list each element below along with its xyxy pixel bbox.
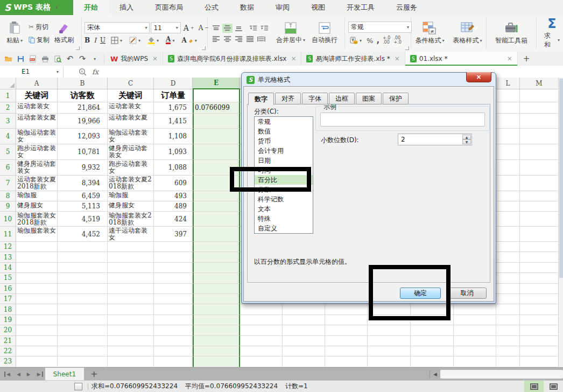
cell[interactable] [368,325,411,335]
cell[interactable] [496,346,520,356]
app-logo[interactable]: S WPS 表格 ▾ [0,0,73,15]
cell[interactable] [283,304,325,314]
cell[interactable] [454,325,496,335]
format-painter-button[interactable]: 格式刷 [51,20,77,46]
cell[interactable] [496,160,520,176]
row-header[interactable]: 20 [0,325,16,335]
row-header[interactable]: 11 [0,227,16,242]
cell[interactable]: 397 [154,227,193,242]
row-header[interactable]: 8 [0,191,16,201]
paste-button[interactable]: 粘贴▾ [3,20,26,47]
cell[interactable] [411,325,454,335]
cell[interactable] [58,242,108,252]
dialog-tab-number[interactable]: 数字 [248,93,274,105]
underline-button[interactable]: U [100,37,105,44]
cell[interactable] [496,89,520,102]
cell[interactable] [520,273,559,283]
print-button[interactable] [41,54,50,63]
cell[interactable]: 速干运动套装女 [108,227,154,242]
cell[interactable]: 运动套装女夏 [108,114,154,129]
cell[interactable] [193,201,240,212]
cell[interactable] [325,336,368,346]
cell[interactable] [496,144,520,160]
cell[interactable]: 健身服女 [16,201,58,212]
cell[interactable]: 4,452 [58,227,108,242]
smart-toolbox-button[interactable]: 智能工具箱 [492,20,531,47]
cell[interactable] [368,336,411,346]
cell[interactable] [108,242,154,252]
cell[interactable]: 19,966 [58,114,108,129]
cell[interactable] [154,242,193,252]
cell[interactable]: 瑜伽服 [108,191,154,201]
dialog-tab-font[interactable]: 字体 [302,93,328,104]
copy-button[interactable]: 复制 [27,35,51,45]
cell[interactable] [454,304,496,314]
menu-tab-home[interactable]: 开始 [73,0,109,15]
increase-font-button[interactable]: A+ [182,23,196,33]
align-right-icon[interactable] [235,36,243,43]
add-sheet-button[interactable]: + [84,369,104,379]
align-top-icon[interactable] [212,25,220,32]
cell[interactable] [520,304,559,314]
cell[interactable]: 瑜伽运动套装女 [16,129,58,144]
cell[interactable] [154,346,193,356]
active-cell-E1[interactable] [193,89,240,102]
draw-border-button[interactable]: ▾ [128,36,142,45]
row-header[interactable]: 17 [0,294,16,304]
cell[interactable]: 493 [154,191,193,201]
cell[interactable] [283,336,325,346]
cell[interactable] [411,346,454,356]
cell[interactable] [520,191,559,201]
quick-access-dropdown[interactable]: ▾ [90,54,99,63]
row-header[interactable]: 22 [0,346,16,356]
cell[interactable] [240,346,283,356]
cell[interactable] [454,346,496,356]
cell[interactable] [520,227,559,242]
cell[interactable]: 运动套装女夏2018新款 [108,176,154,191]
cell[interactable] [496,212,520,227]
category-item[interactable]: 文本 [255,204,313,214]
cell[interactable] [193,284,240,294]
row-header[interactable]: 19 [0,315,16,325]
cell[interactable] [520,102,559,114]
vertical-scrollbar-thumb[interactable] [559,79,563,278]
cell[interactable] [325,325,368,335]
cell[interactable] [108,273,154,283]
cell[interactable] [520,356,559,367]
cell[interactable] [520,144,559,160]
tab-doc3-active[interactable]: S 01.xlsx * × [405,52,518,66]
first-sheet-button[interactable]: ◀ [4,372,13,377]
cell[interactable] [325,315,368,325]
cell[interactable] [16,325,58,335]
cell[interactable] [58,263,108,273]
cell[interactable]: 瑜伽服 [16,191,58,201]
cell[interactable] [16,315,58,325]
row-header[interactable]: 12 [0,242,16,252]
cell[interactable] [193,227,240,242]
dialog-tab-alignment[interactable]: 对齐 [275,93,301,104]
cell[interactable] [240,304,283,314]
cell[interactable] [193,129,240,144]
cell[interactable]: 1,415 [154,114,193,129]
cell[interactable]: 瑜伽服套装女2018新款 [108,212,154,227]
page-break-view-button[interactable] [544,381,563,392]
cell[interactable] [16,252,58,262]
row-header[interactable]: 4 [0,129,16,144]
search-icon[interactable]: R [79,68,87,76]
cell[interactable] [496,227,520,242]
menu-tab-review[interactable]: 审阅 [265,0,300,15]
decimal-places-stepper[interactable]: 2 ▲ ▼ [398,134,472,145]
menu-tab-formulas[interactable]: 公式 [194,0,229,15]
cell[interactable] [193,273,240,283]
cell[interactable] [58,284,108,294]
cell[interactable] [16,242,58,252]
cell[interactable] [325,346,368,356]
table-style-button[interactable]: 表格样式▾ [450,20,485,47]
cell[interactable] [154,252,193,262]
increase-decimal-button[interactable]: +.0.00 [383,36,390,45]
spin-up-icon[interactable]: ▲ [462,135,471,139]
save-button[interactable] [16,54,25,63]
close-icon[interactable]: × [393,55,400,62]
comma-format-button[interactable]: , [376,36,379,45]
borders-button[interactable]: ▾ [109,36,124,45]
